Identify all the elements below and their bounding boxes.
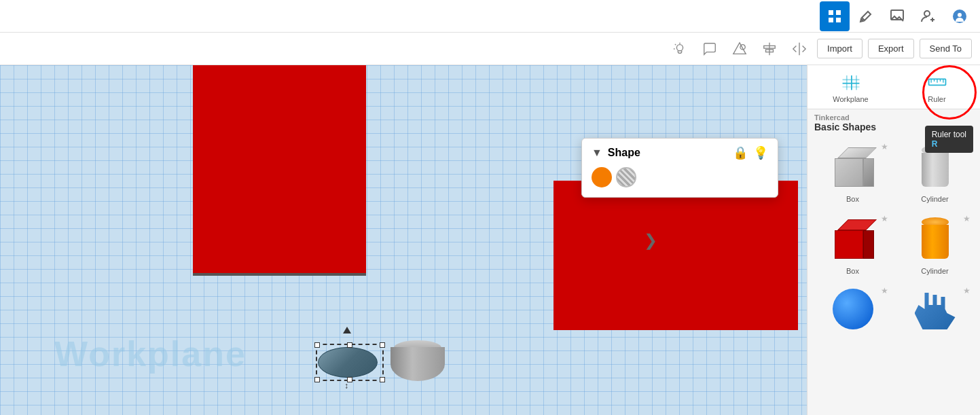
svg-rect-22 — [851, 75, 852, 90]
handle-tl[interactable] — [314, 342, 320, 348]
popup-header: ▼ Shape 🔒 💡 — [592, 145, 768, 160]
canvas-area[interactable]: Workplane ↕ ❯ — [0, 65, 807, 415]
popup-title: Shape — [608, 147, 727, 159]
send-to-button[interactable]: Send To — [920, 39, 972, 58]
favorite-star-sphere[interactable]: ★ — [881, 286, 888, 295]
box-red-label: Box — [846, 267, 859, 275]
cyl-gray-body — [922, 153, 949, 187]
shape-popup: ▼ Shape 🔒 💡 — [581, 138, 778, 198]
build-button[interactable] — [851, 1, 881, 31]
box-gray-icon — [829, 145, 877, 192]
box-top-face — [837, 147, 877, 158]
svg-rect-1 — [836, 10, 841, 15]
flip-icon[interactable] — [787, 37, 812, 61]
svg-rect-3 — [836, 18, 841, 22]
handle-tm[interactable] — [347, 342, 352, 348]
shape-item-box-gray[interactable]: ★ Box — [813, 139, 892, 209]
align-icon[interactable] — [757, 37, 782, 61]
box-gray-label: Box — [846, 195, 859, 203]
grid-view-button[interactable] — [820, 1, 850, 31]
add-user-button[interactable] — [913, 1, 943, 31]
sphere-icon — [833, 289, 873, 329]
chevron-right-icon[interactable]: ❯ — [644, 231, 657, 250]
shape-item-box-red[interactable]: ★ Box — [813, 211, 892, 281]
shape-item-sphere[interactable]: ★ — [813, 283, 892, 338]
favorite-star-box-red[interactable]: ★ — [881, 214, 888, 223]
handle-br[interactable] — [380, 377, 385, 382]
cylinder-body — [391, 347, 445, 381]
small-cylinder — [391, 337, 445, 384]
cylinder-orange-label: Cylinder — [921, 267, 948, 275]
red-box-left — [193, 65, 366, 276]
tooltip-title: Ruler tool — [932, 130, 966, 139]
light-icon[interactable] — [668, 37, 692, 61]
box-red-side-face — [863, 230, 874, 259]
hand-icon — [915, 289, 956, 329]
cylinder-gray-label: Cylinder — [921, 195, 948, 203]
lock-icon[interactable]: 🔒 — [733, 145, 748, 160]
svg-point-8 — [677, 44, 683, 50]
visibility-icon[interactable]: 💡 — [753, 145, 768, 160]
shape-item-cylinder-orange[interactable]: ★ Cylinder — [895, 211, 975, 281]
scale-arrows: ↕ — [344, 381, 348, 391]
export-button[interactable]: Export — [868, 39, 914, 58]
box-red-top-face — [837, 219, 877, 230]
color-swatch-orange[interactable] — [592, 167, 612, 187]
toolbar: Import Export Send To — [0, 33, 980, 65]
svg-rect-21 — [846, 75, 847, 90]
shape-icon[interactable] — [727, 37, 752, 61]
selected-object-container[interactable]: ↕ — [312, 337, 387, 384]
comment-icon[interactable] — [697, 37, 722, 61]
box-red-front-face — [835, 230, 863, 259]
right-panel: Workplane Ruler Tinkercad Basic Shapes ★ — [807, 65, 980, 415]
handle-bl[interactable] — [314, 377, 320, 382]
selection-box: ↕ — [316, 344, 384, 381]
rotate-handle[interactable] — [343, 327, 351, 333]
profile-button[interactable] — [945, 1, 975, 31]
brand-label: Tinkercad — [814, 113, 973, 122]
favorite-star-cyl-orange[interactable]: ★ — [963, 214, 970, 223]
gallery-button[interactable] — [882, 1, 912, 31]
selected-ellipse[interactable]: ↕ — [312, 337, 387, 384]
svg-rect-0 — [829, 10, 833, 15]
import-button[interactable]: Import — [817, 39, 863, 58]
red-box-right — [553, 181, 798, 330]
color-swatches — [592, 167, 768, 187]
popup-icons: 🔒 💡 — [733, 145, 768, 160]
favorite-star-box-gray[interactable]: ★ — [881, 142, 888, 151]
shape-item-hand[interactable]: ★ — [895, 283, 975, 338]
box-red-icon — [829, 217, 877, 264]
ruler-label: Ruler — [928, 95, 945, 103]
top-navigation — [0, 0, 980, 33]
svg-rect-23 — [856, 75, 857, 90]
tool-buttons: Workplane Ruler — [807, 65, 980, 109]
favorite-star-hand[interactable]: ★ — [963, 286, 970, 295]
color-swatch-hole[interactable] — [616, 167, 636, 187]
svg-line-10 — [675, 43, 676, 44]
ruler-tool-button[interactable]: Ruler — [894, 65, 980, 109]
popup-collapse-arrow[interactable]: ▼ — [592, 147, 602, 159]
cyl-orange-body — [922, 225, 949, 259]
svg-point-5 — [924, 11, 930, 16]
ruler-tooltip: Ruler tool R — [925, 126, 973, 153]
handle-tr[interactable] — [380, 342, 385, 348]
tooltip-shortcut: R — [932, 139, 938, 149]
box-side-face — [863, 158, 874, 187]
svg-point-7 — [958, 13, 962, 17]
box-front-face — [835, 158, 863, 187]
workplane-tool-button[interactable]: Workplane — [807, 65, 894, 109]
cylinder-orange-icon — [916, 217, 954, 264]
shapes-grid: ★ Box ★ Cylinder ★ Box — [807, 137, 980, 340]
workplane-label: Workplane — [54, 333, 247, 374]
nav-icon-group — [820, 1, 975, 31]
workplane-label: Workplane — [833, 95, 868, 103]
svg-rect-2 — [829, 18, 833, 22]
